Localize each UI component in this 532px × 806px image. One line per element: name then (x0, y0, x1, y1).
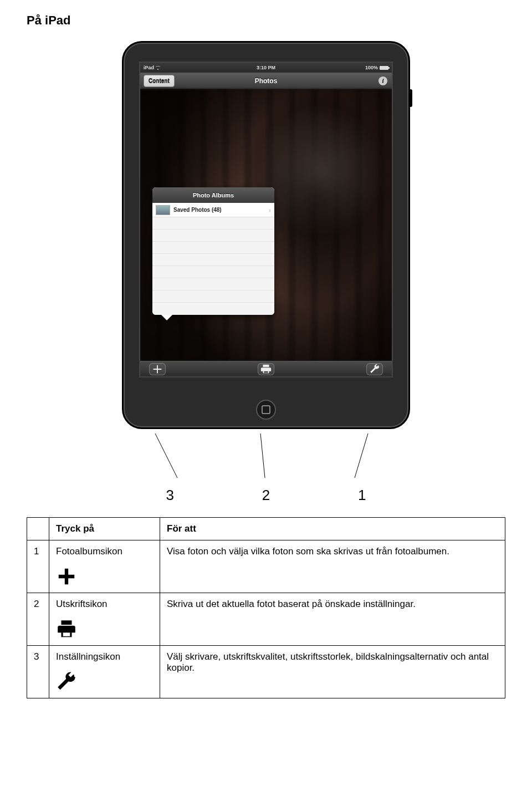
table-header-blank (27, 518, 49, 540)
wifi-icon (156, 65, 160, 70)
info-icon[interactable]: i (378, 76, 387, 85)
chevron-right-icon: › (269, 207, 271, 213)
home-button[interactable] (256, 400, 276, 420)
nav-bar: Content Photos i (140, 73, 392, 89)
back-button[interactable]: Content (144, 75, 175, 87)
table-row: 1 Fotoalbumsikon Visa foton och välja vi… (27, 540, 505, 593)
row2-label: Utskriftsikon (56, 599, 153, 610)
status-battery-text: 100% (365, 65, 378, 70)
callout-num-3: 3 (166, 487, 173, 504)
album-thumbnail (156, 205, 170, 215)
row3-desc: Välj skrivare, utskriftskvalitet, utskri… (160, 646, 505, 698)
status-bar: iPad 3:10 PM 100% (140, 63, 392, 73)
legend-table: Tryck på För att 1 Fotoalbumsikon Visa f… (27, 517, 505, 698)
nav-title: Photos (255, 77, 278, 85)
photo-albums-popover: Photo Albums Saved Photos (48) › (152, 187, 274, 315)
table-row: 3 Inställningsikon Välj skrivare, utskri… (27, 646, 505, 698)
popover-title: Photo Albums (152, 187, 274, 203)
status-time: 3:10 PM (257, 65, 275, 70)
battery-icon (380, 66, 388, 70)
plus-icon (56, 566, 77, 587)
popover-album-row[interactable]: Saved Photos (48) › (152, 203, 274, 217)
toolbar-print-icon[interactable] (258, 363, 274, 375)
page-title: På iPad (27, 13, 505, 28)
bottom-toolbar (140, 361, 392, 376)
row3-label: Inställningsikon (56, 651, 153, 662)
callout-lines (122, 433, 410, 483)
status-device-label: iPad (144, 65, 154, 70)
row2-num: 2 (27, 593, 49, 646)
table-row: 2 Utskriftsikon Skriva ut det aktuella f… (27, 593, 505, 646)
callout-num-2: 2 (262, 487, 270, 504)
toolbar-wrench-icon[interactable] (366, 363, 383, 375)
row3-num: 3 (27, 646, 49, 698)
toolbar-add-icon[interactable] (149, 363, 166, 375)
printer-icon (56, 619, 77, 640)
ipad-illustration: iPad 3:10 PM 100% Content Photos i Photo… (27, 41, 505, 429)
row2-desc: Skriva ut det aktuella fotot baserat på … (160, 593, 505, 646)
callout-numbers: 3 2 1 (122, 487, 410, 504)
popover-empty-rows (152, 217, 274, 315)
row1-num: 1 (27, 540, 49, 593)
svg-line-2 (355, 433, 368, 478)
table-header-for-att: För att (160, 518, 505, 540)
row1-desc: Visa foton och välja vilka foton som ska… (160, 540, 505, 593)
wrench-icon (56, 671, 77, 692)
table-header-tryck: Tryck på (49, 518, 160, 540)
popover-row-label: Saved Photos (48) (173, 207, 222, 213)
svg-line-1 (260, 433, 265, 478)
callout-num-1: 1 (358, 487, 366, 504)
row1-label: Fotoalbumsikon (56, 546, 153, 557)
svg-line-0 (155, 433, 177, 478)
